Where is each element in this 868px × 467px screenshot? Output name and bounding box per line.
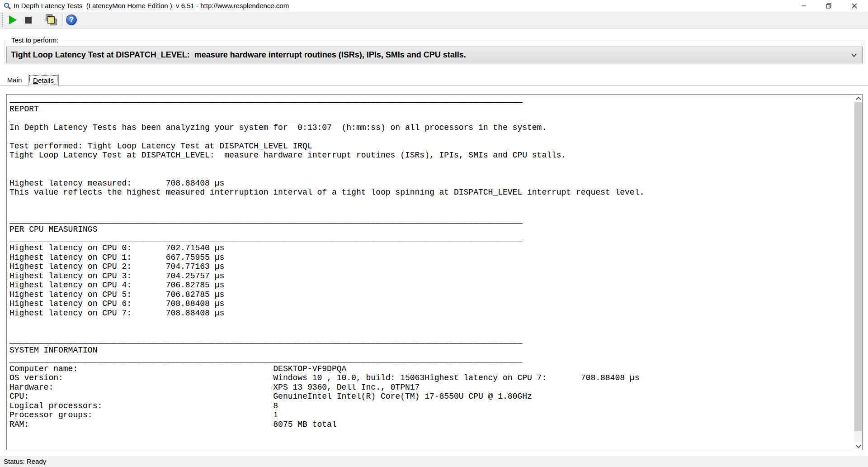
tab-main[interactable]: Main [3, 74, 26, 86]
close-button[interactable] [844, 0, 865, 12]
status-bar: Status: Ready [0, 456, 868, 467]
tab-details[interactable]: Details [28, 74, 59, 86]
tab-strip: Main Details [0, 74, 868, 86]
vertical-scrollbar[interactable] [854, 95, 862, 450]
toolbar-gripper[interactable] [2, 13, 3, 27]
report-panel[interactable]: ________________________________________… [6, 94, 863, 450]
chevron-down-icon [850, 52, 858, 58]
restore-icon [825, 2, 832, 10]
scroll-down-icon [855, 444, 862, 448]
report-text: ________________________________________… [9, 95, 644, 438]
toolbar: ? [0, 12, 868, 29]
stop-icon [25, 17, 32, 24]
close-icon [851, 2, 858, 10]
help-button[interactable]: ? [65, 13, 78, 27]
start-test-button[interactable] [6, 13, 19, 27]
selected-test-text: Tight Loop Latency Test at DISPATCH_LEVE… [7, 50, 466, 60]
window-title: In Depth Latency Tests (LatencyMon Home … [14, 0, 289, 12]
status-text: Status: Ready [4, 456, 46, 467]
stop-test-button[interactable] [21, 13, 35, 27]
minimize-button[interactable] [793, 0, 814, 12]
toolbar-separator [40, 14, 40, 26]
play-icon [9, 15, 17, 24]
scroll-up-button[interactable] [854, 95, 862, 102]
toolbar-separator [62, 14, 62, 26]
minimize-icon [800, 2, 807, 10]
copy-pages-icon [45, 14, 57, 26]
test-to-perform-label: Test to perform: [9, 36, 60, 44]
test-selector-dropdown[interactable]: Tight Loop Latency Test at DISPATCH_LEVE… [6, 47, 863, 63]
app-icon [4, 2, 11, 10]
copy-report-button[interactable] [44, 13, 58, 27]
scroll-down-button[interactable] [854, 442, 862, 450]
scroll-up-icon [855, 96, 862, 101]
help-icon: ? [66, 14, 77, 25]
restore-button[interactable] [818, 0, 839, 12]
title-bar: In Depth Latency Tests (LatencyMon Home … [0, 0, 868, 12]
scrollbar-thumb[interactable] [854, 102, 862, 431]
latencymon-window: In Depth Latency Tests (LatencyMon Home … [0, 0, 868, 467]
